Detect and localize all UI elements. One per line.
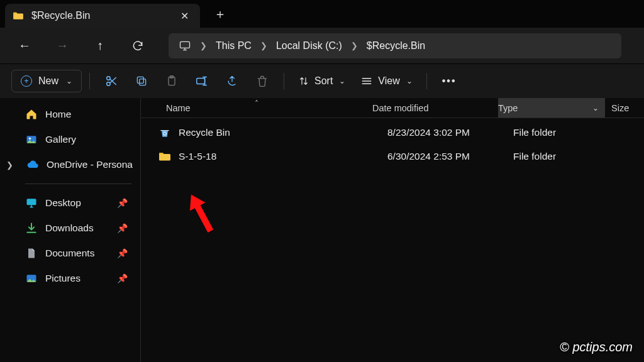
tab-bar: $Recycle.Bin ✕ ＋ bbox=[0, 0, 644, 28]
file-name: Recycle Bin bbox=[174, 127, 387, 138]
svg-point-9 bbox=[29, 138, 31, 140]
chevron-right-icon: ❯ bbox=[260, 41, 267, 50]
sidebar-item-label: Pictures bbox=[45, 273, 109, 284]
chevron-down-icon: ⌄ bbox=[339, 77, 345, 85]
folder-icon bbox=[13, 11, 24, 20]
new-button-label: New bbox=[38, 75, 58, 87]
column-date[interactable]: Date modified bbox=[372, 103, 498, 113]
folder-icon bbox=[156, 151, 174, 162]
breadcrumb-this-pc[interactable]: This PC bbox=[216, 40, 252, 52]
sidebar-item-label: Gallery bbox=[45, 134, 133, 145]
copy-button[interactable] bbox=[128, 69, 155, 94]
watermark: © pctips.com bbox=[560, 340, 633, 354]
pin-icon: 📌 bbox=[117, 273, 128, 283]
tab-title: $Recycle.Bin bbox=[31, 10, 170, 21]
sidebar-item-label: Home bbox=[45, 109, 133, 120]
documents-icon bbox=[25, 247, 38, 260]
pictures-icon bbox=[25, 272, 38, 285]
chevron-right-icon: ❯ bbox=[6, 160, 19, 170]
home-icon bbox=[25, 108, 38, 121]
sidebar-item-home[interactable]: Home bbox=[0, 102, 140, 127]
delete-button[interactable] bbox=[248, 69, 276, 94]
clipboard-icon bbox=[165, 75, 178, 87]
sidebar-item-gallery[interactable]: Gallery bbox=[0, 127, 140, 152]
separator bbox=[426, 73, 427, 89]
more-button[interactable]: ••• bbox=[435, 75, 464, 87]
rename-button[interactable] bbox=[188, 69, 216, 94]
toolbar: + New ⌄ bbox=[0, 64, 644, 98]
breadcrumb-local-disk[interactable]: Local Disk (C:) bbox=[276, 40, 342, 52]
refresh-icon bbox=[131, 40, 144, 52]
sidebar-item-label: Downloads bbox=[45, 222, 109, 234]
svg-rect-7 bbox=[197, 78, 205, 84]
close-icon[interactable]: ✕ bbox=[178, 8, 191, 25]
cloud-icon bbox=[26, 158, 39, 171]
trash-icon bbox=[256, 75, 269, 87]
pin-icon: 📌 bbox=[117, 223, 128, 233]
column-type[interactable]: Type ⌄ bbox=[498, 98, 605, 118]
separator bbox=[284, 73, 284, 89]
pin-icon: 📌 bbox=[117, 198, 128, 208]
svg-rect-0 bbox=[180, 41, 190, 48]
view-label: View bbox=[378, 75, 399, 87]
chevron-right-icon: ❯ bbox=[200, 41, 207, 50]
nav-bar: ← → ↑ ❯ This PC ❯ Local Disk (C:) ❯ $Rec… bbox=[0, 28, 644, 64]
column-headers: Name ˄ Date modified Type ⌄ Size bbox=[141, 98, 644, 118]
share-button[interactable] bbox=[218, 69, 246, 94]
sort-button[interactable]: Sort ⌄ bbox=[292, 69, 352, 94]
downloads-icon bbox=[25, 222, 38, 234]
file-rows: Recycle Bin 8/23/2024 3:02 PM File folde… bbox=[141, 118, 644, 168]
file-type: File folder bbox=[513, 151, 620, 162]
chevron-down-icon: ⌄ bbox=[66, 77, 72, 85]
copy-icon bbox=[135, 75, 148, 87]
refresh-button[interactable] bbox=[126, 34, 150, 58]
column-name[interactable]: Name ˄ bbox=[141, 103, 372, 113]
sidebar-item-label: OneDrive - Persona bbox=[47, 159, 133, 170]
main: Home Gallery ❯ OneDrive - Persona bbox=[0, 98, 644, 362]
monitor-icon bbox=[179, 40, 191, 52]
sort-icon bbox=[298, 75, 309, 87]
svg-rect-10 bbox=[27, 199, 36, 205]
sidebar-item-label: Documents bbox=[45, 248, 109, 259]
address-bar[interactable]: ❯ This PC ❯ Local Disk (C:) ❯ $Recycle.B… bbox=[169, 33, 621, 58]
back-button[interactable]: ← bbox=[13, 34, 36, 58]
recycle-bin-icon bbox=[156, 126, 174, 139]
up-button[interactable]: ↑ bbox=[88, 34, 112, 58]
desktop-icon bbox=[25, 197, 38, 209]
file-date: 8/23/2024 3:02 PM bbox=[387, 127, 513, 138]
chevron-down-icon: ⌄ bbox=[406, 77, 413, 85]
forward-button[interactable]: → bbox=[50, 34, 74, 58]
file-name: S-1-5-18 bbox=[174, 151, 387, 162]
sidebar-item-documents[interactable]: Documents 📌 bbox=[0, 241, 140, 266]
sort-label: Sort bbox=[314, 75, 333, 87]
svg-rect-4 bbox=[137, 77, 143, 83]
rename-icon bbox=[195, 74, 209, 88]
file-row[interactable]: Recycle Bin 8/23/2024 3:02 PM File folde… bbox=[156, 121, 644, 145]
gallery-icon bbox=[25, 133, 38, 146]
sidebar-item-desktop[interactable]: Desktop 📌 bbox=[0, 190, 140, 216]
sidebar-item-label: Desktop bbox=[45, 197, 109, 209]
chevron-right-icon: ❯ bbox=[351, 41, 358, 50]
tab-current[interactable]: $Recycle.Bin ✕ bbox=[5, 4, 200, 28]
file-type: File folder bbox=[513, 127, 620, 138]
sidebar-item-pictures[interactable]: Pictures 📌 bbox=[0, 266, 140, 291]
file-list: Name ˄ Date modified Type ⌄ Size Recycle… bbox=[141, 98, 644, 362]
new-tab-button[interactable]: ＋ bbox=[214, 6, 226, 23]
scissors-icon bbox=[104, 74, 118, 88]
sidebar: Home Gallery ❯ OneDrive - Persona bbox=[0, 98, 141, 362]
new-plus-icon: + bbox=[21, 75, 32, 87]
share-icon bbox=[226, 75, 238, 87]
file-date: 6/30/2024 2:53 PM bbox=[387, 151, 513, 162]
sidebar-item-downloads[interactable]: Downloads 📌 bbox=[0, 216, 140, 241]
column-size[interactable]: Size bbox=[605, 103, 629, 113]
paste-button[interactable] bbox=[158, 69, 186, 94]
sidebar-divider bbox=[25, 184, 131, 184]
file-row[interactable]: S-1-5-18 6/30/2024 2:53 PM File folder bbox=[156, 145, 644, 168]
sort-ascending-icon: ˄ bbox=[255, 99, 258, 108]
sidebar-item-onedrive[interactable]: ❯ OneDrive - Persona bbox=[0, 152, 140, 177]
new-button[interactable]: + New ⌄ bbox=[11, 70, 82, 92]
chevron-down-icon: ⌄ bbox=[592, 104, 599, 112]
view-button[interactable]: View ⌄ bbox=[354, 69, 418, 94]
cut-button[interactable] bbox=[97, 69, 125, 94]
breadcrumb-recyclebin[interactable]: $Recycle.Bin bbox=[367, 40, 425, 52]
